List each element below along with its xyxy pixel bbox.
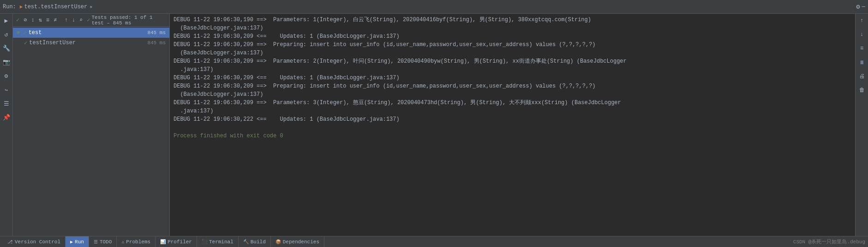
tab-version-control[interactable]: ⎇ Version Control <box>3 236 66 247</box>
camera-icon[interactable]: 📷 <box>1 57 12 67</box>
output-panel[interactable]: DEBUG 11-22 19:06:30,190 ==> Parameters:… <box>170 14 855 236</box>
output-line-2: DEBUG 11-22 19:06:30,209 <== Updates: 1 … <box>174 32 851 41</box>
list-icon[interactable]: ☰ <box>1 99 12 109</box>
tab-build[interactable]: 🔨 Build <box>239 236 271 247</box>
tab-build-label: Build <box>251 239 266 245</box>
gear-icon[interactable]: ⚙ <box>1 71 12 81</box>
tree-root-time: 845 ms <box>147 30 166 35</box>
output-line-9: (BaseJdbcLogger.java:137) <box>174 90 851 99</box>
tab-terminal-label: Terminal <box>209 239 233 245</box>
output-line-11: .java:137) <box>174 107 851 115</box>
output-line-1: (BaseJdbcLogger.java:137) <box>174 24 851 32</box>
dependencies-icon: 📦 <box>275 239 281 245</box>
terminal-icon: ⬛ <box>202 239 207 245</box>
todo-icon: ☰ <box>94 239 98 245</box>
left-panel: ✓ ⊘ ↕ ⇅ ≡ ≠ ↑ ↓ ⌕ ✓ Tests passed: 1 of 1… <box>13 14 170 236</box>
line-wrap-icon[interactable]: ≣ <box>857 57 867 67</box>
problems-icon: ⚠ <box>121 239 124 245</box>
run-icon[interactable]: ▶ <box>1 16 12 26</box>
tab-todo[interactable]: ☰ TODO <box>89 236 117 247</box>
tab-problems[interactable]: ⚠ Problems <box>117 236 156 247</box>
build-icon: 🔨 <box>243 239 249 245</box>
run-label: Run: <box>3 4 16 10</box>
tree-child-name: testInsertUser <box>29 40 145 46</box>
tab-run-label: Run <box>75 239 84 245</box>
search-btn[interactable]: ⌕ <box>78 16 84 24</box>
delete-icon[interactable]: 🗑 <box>857 85 867 95</box>
tree-child-time: 845 ms <box>147 40 166 46</box>
tab-dependencies[interactable]: 📦 Dependencies <box>271 236 324 247</box>
run-config: ▶ test.testInsertUser ✕ <box>20 4 92 10</box>
version-control-icon: ⎇ <box>7 239 13 245</box>
scroll-up-icon[interactable]: ↑ <box>857 16 867 26</box>
pin-icon[interactable]: ↪ <box>1 85 12 95</box>
tab-version-control-label: Version Control <box>15 239 60 245</box>
tree-check-root: ▼ ✓ <box>17 29 27 36</box>
tree-root-name: test <box>29 29 146 36</box>
expand-btn[interactable]: ≡ <box>45 16 51 24</box>
minimize-icon[interactable]: — <box>862 4 865 10</box>
print-icon[interactable]: 🖨 <box>857 71 867 81</box>
tab-todo-label: TODO <box>100 239 112 245</box>
diff-btn[interactable]: ≠ <box>52 16 58 24</box>
test-toolbar: ✓ ⊘ ↕ ⇅ ≡ ≠ ↑ ↓ ⌕ ✓ Tests passed: 1 of 1… <box>13 14 169 27</box>
main-area: ▶ ↺ 🔧 📷 ⚙ ↪ ☰ 📌 ✓ ⊘ ↕ ⇅ ≡ ≠ ↑ ↓ ⌕ ✓ Test… <box>0 14 868 236</box>
output-line-10: DEBUG 11-22 19:06:30,209 ==> Parameters:… <box>174 99 851 107</box>
tab-dependencies-label: Dependencies <box>283 239 319 245</box>
run-tab-icon: ▶ <box>70 239 73 245</box>
tab-run[interactable]: ▶ Run <box>66 236 89 247</box>
output-line-8: DEBUG 11-22 19:06:30,209 ==> Preparing: … <box>174 82 851 90</box>
status-text: Tests passed: 1 of 1 test – 845 ms <box>91 15 168 26</box>
gutter-icons: ▶ ↺ 🔧 📷 ⚙ ↪ ☰ 📌 <box>0 14 13 236</box>
run-config-name: test.testInsertUser <box>24 4 87 10</box>
tab-profiler[interactable]: 📊 Profiler <box>156 236 197 247</box>
wrench-icon[interactable]: 🔧 <box>1 43 12 53</box>
profiler-icon: 📊 <box>160 239 166 245</box>
sort-dur-btn[interactable]: ⇅ <box>37 16 43 24</box>
run-config-icon: ▶ <box>20 4 23 10</box>
tab-problems-label: Problems <box>126 239 150 245</box>
output-line-13 <box>174 124 851 132</box>
output-line-0: DEBUG 11-22 19:06:30,190 ==> Parameters:… <box>174 16 851 24</box>
rerun-failed-btn[interactable]: ⊘ <box>22 16 28 24</box>
tab-profiler-label: Profiler <box>168 239 192 245</box>
wrap-icon[interactable]: ≡ <box>857 43 867 53</box>
test-tree: ▼ ✓ test 845 ms ✓ testInsertUser 845 ms <box>13 27 169 236</box>
top-toolbar: Run: ▶ test.testInsertUser ✕ ⚙ — <box>0 0 868 14</box>
side-icons: ↑ ↓ ≡ ≣ 🖨 🗑 <box>855 14 868 236</box>
tree-item-child-0[interactable]: ✓ testInsertUser 845 ms <box>13 38 169 48</box>
bottom-right-text: CSDN @杀死一只如里岛.debug <box>793 238 865 245</box>
close-tab-btn[interactable]: ✕ <box>90 4 92 10</box>
output-line-4: (BaseJdbcLogger.java:137) <box>174 49 851 57</box>
output-line-3: DEBUG 11-22 19:06:30,209 ==> Preparing: … <box>174 41 851 49</box>
output-line-14: Process finished with exit code 0 <box>174 132 851 140</box>
prev-btn[interactable]: ↑ <box>63 16 69 24</box>
output-line-6: .java:137) <box>174 65 851 74</box>
tree-item-root[interactable]: ▼ ✓ test 845 ms <box>13 28 169 38</box>
next-btn[interactable]: ↓ <box>71 16 77 24</box>
tree-check-child: ✓ <box>24 40 27 47</box>
rerun-icon[interactable]: ↺ <box>1 29 12 40</box>
tab-terminal[interactable]: ⬛ Terminal <box>197 236 239 247</box>
output-line-5: DEBUG 11-22 19:06:30,209 ==> Parameters:… <box>174 57 851 65</box>
output-line-7: DEBUG 11-22 19:06:30,209 <== Updates: 1 … <box>174 74 851 82</box>
settings-icon[interactable]: ⚙ <box>856 3 860 11</box>
bookmark-icon[interactable]: 📌 <box>1 112 12 123</box>
run-tests-btn[interactable]: ✓ <box>15 16 21 24</box>
bottom-bar: ⎇ Version Control ▶ Run ☰ TODO ⚠ Problem… <box>0 236 868 247</box>
status-check-icon: ✓ <box>87 17 90 24</box>
scroll-down-icon[interactable]: ↓ <box>857 29 867 40</box>
output-line-12: DEBUG 11-22 19:06:30,222 <== Updates: 1 … <box>174 115 851 124</box>
sort-alpha-btn[interactable]: ↕ <box>30 16 36 24</box>
